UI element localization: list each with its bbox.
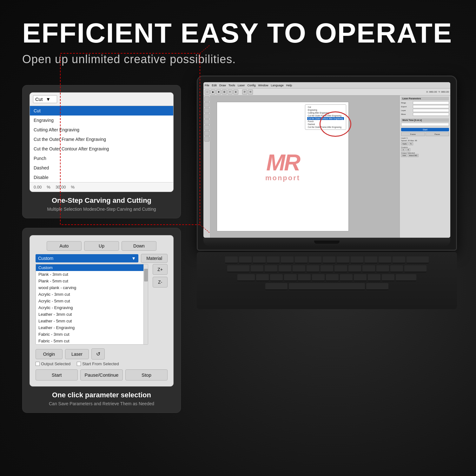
key <box>309 256 321 263</box>
output-selected-checkbox[interactable]: Output Selected <box>36 361 70 366</box>
key <box>293 265 305 272</box>
list-item[interactable]: Plank - 5mm cut <box>36 278 143 284</box>
menu-item-tools[interactable]: Tools <box>228 84 235 87</box>
sw-param-row: Layer <box>401 109 449 112</box>
sw-a-btn[interactable]: A <box>401 148 406 151</box>
sw-b-btn[interactable]: B <box>406 148 411 151</box>
checkbox-icon <box>36 362 40 366</box>
z-plus-button[interactable]: Z+ <box>153 264 168 275</box>
menu-item-config[interactable]: Config <box>248 84 256 87</box>
sw-canvas-area: MR monport Cut Engraving Cutting After <box>203 96 450 238</box>
logo-monport-text: monport <box>265 174 300 182</box>
sw-drop-item: Engraving <box>307 109 344 111</box>
key <box>281 256 294 263</box>
key <box>337 256 349 263</box>
list-item[interactable]: Dashed <box>30 163 173 173</box>
menu-item-draw[interactable]: Draw <box>219 84 226 87</box>
list-item[interactable]: Cutting After Engraving <box>30 125 173 135</box>
list-item[interactable]: Fabric - 3mm cut <box>36 331 143 338</box>
sw-apply-btn[interactable]: Apply <box>401 142 408 145</box>
list-item[interactable]: Plank - 3mm cut <box>36 271 143 278</box>
list-item[interactable]: Custom <box>36 264 143 271</box>
list-item[interactable]: Acrylic - 5mm cut <box>36 298 143 304</box>
key <box>265 283 288 290</box>
key <box>256 274 269 281</box>
toolbar-btn[interactable]: □ <box>205 89 210 95</box>
pause-continue-button[interactable]: Pause/Continue <box>80 369 122 380</box>
list-item[interactable]: Cut the Outer Frame After Engraving <box>30 135 173 144</box>
laptop-section: File Edit Draw Tools Laser Config Window… <box>197 76 457 309</box>
menu-item-file[interactable]: File <box>205 84 209 87</box>
toolbar-btn[interactable]: ■ <box>216 89 221 95</box>
footer-unit-right: % <box>71 185 75 189</box>
origin-button[interactable]: Origin <box>36 349 63 359</box>
toolbar-btn[interactable]: ⟳ <box>242 89 247 95</box>
list-item[interactable]: Acrylic - 3mm cut <box>36 291 143 298</box>
sw-tool-text[interactable] <box>204 125 209 130</box>
toolbar-btn[interactable]: ✂ <box>228 89 233 95</box>
menu-item-help[interactable]: Help <box>286 84 292 87</box>
refresh-button[interactable]: ↺ <box>91 348 105 360</box>
list-item[interactable]: Acrylic - Engraving <box>36 304 143 311</box>
list-item[interactable]: Leather - 5mm cut <box>36 318 143 324</box>
key <box>376 265 389 272</box>
sw-tool-node[interactable] <box>204 102 209 107</box>
toolbar-btn[interactable]: ⟲ <box>248 89 253 95</box>
up-button[interactable]: Up <box>84 241 119 251</box>
sw-tool-pen[interactable] <box>204 119 209 124</box>
list-item[interactable]: Fabric - 5mm cut <box>36 338 143 344</box>
monport-logo-display: MR monport <box>265 151 300 182</box>
dropdown-footer: 0.00 % 30.00 % <box>30 182 173 192</box>
sw-tool-ellipse[interactable] <box>204 114 209 119</box>
sw-param-input[interactable] <box>413 105 449 108</box>
sw-tool-select[interactable] <box>204 96 209 102</box>
list-item[interactable]: Engraving <box>30 116 173 125</box>
list-item[interactable]: wood plank - carving <box>36 284 143 291</box>
sw-pause-btn[interactable]: Pause <box>426 132 449 136</box>
sw-work-time-input[interactable] <box>401 123 449 126</box>
footer-unit-left: % <box>47 185 50 189</box>
sw-drop-item-highlighted: Cut the Outer Contour After Engraving <box>307 117 344 120</box>
auto-button[interactable]: Auto <box>47 241 82 251</box>
menu-item-edit[interactable]: Edit <box>212 84 217 87</box>
space-key <box>289 283 365 290</box>
sw-start-btn[interactable]: Start <box>401 128 449 131</box>
sw-shift-btn[interactable]: Shift <box>401 154 407 157</box>
toolbar-btn[interactable]: ▶ <box>210 89 215 95</box>
list-item[interactable]: Cut <box>30 106 173 116</box>
key <box>279 265 291 272</box>
scrollbar[interactable] <box>143 264 148 344</box>
sw-to-btn[interactable]: To <box>409 142 413 145</box>
sw-frame-btn[interactable]: Frame <box>401 132 425 136</box>
list-item[interactable]: Disable <box>30 173 173 182</box>
toolbar-btn[interactable]: ⊞ <box>222 89 227 95</box>
custom-select[interactable]: Custom ▼ <box>36 254 138 262</box>
menu-item-laser[interactable]: Laser <box>238 84 245 87</box>
mid-button-row: Origin Laser ↺ <box>36 348 168 360</box>
laptop-keyboard <box>197 252 457 309</box>
sw-param-input[interactable] <box>413 101 449 104</box>
laser-button[interactable]: Laser <box>65 349 89 359</box>
list-item[interactable]: Cut the Outer Contour After Engraving <box>30 144 173 154</box>
menu-item-window[interactable]: Window <box>258 84 268 87</box>
list-item[interactable]: Punch <box>30 154 173 163</box>
down-button[interactable]: Down <box>122 241 156 251</box>
material-button[interactable]: Material <box>141 254 168 263</box>
menu-item-language[interactable]: Language <box>271 84 284 87</box>
sw-layer-params: Speed: 20 Max: 85 <box>401 140 449 142</box>
start-button[interactable]: Start <box>36 369 78 380</box>
list-item[interactable]: Leather - Engraving <box>36 324 143 331</box>
start-from-selected-checkbox[interactable]: Start From Selected <box>77 361 119 366</box>
toolbar-btn[interactable]: ⊕ <box>233 89 238 95</box>
sw-param-input[interactable] <box>413 109 449 112</box>
sw-tool-rect[interactable] <box>204 108 209 113</box>
stop-button[interactable]: Stop <box>125 369 168 380</box>
mode-select[interactable]: Cut ▼ <box>33 95 57 103</box>
panel1-subtitle: Multiple Selection ModesOne-Step Carving… <box>30 207 174 212</box>
sw-param-input[interactable] <box>413 113 449 116</box>
list-item[interactable]: Leather - 3mm cut <box>36 311 143 318</box>
sw-makocmd-btn[interactable]: MakoCMD <box>408 154 419 157</box>
sw-tool-pan[interactable] <box>204 136 209 142</box>
z-minus-button[interactable]: Z- <box>153 277 168 288</box>
sw-tool-zoom[interactable] <box>204 131 209 136</box>
